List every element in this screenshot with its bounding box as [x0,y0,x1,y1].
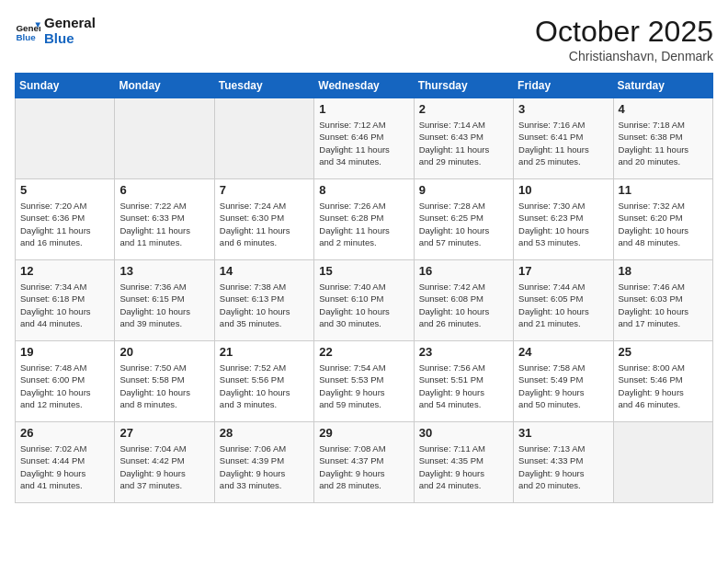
calendar-table: SundayMondayTuesdayWednesdayThursdayFrid… [15,73,713,503]
page-header: General Blue General Blue October 2025 C… [15,15,713,63]
weekday-header-saturday: Saturday [613,74,712,98]
calendar-cell: 22Sunrise: 7:54 AM Sunset: 5:53 PM Dayli… [314,341,414,422]
calendar-cell: 6Sunrise: 7:22 AM Sunset: 6:33 PM Daylig… [115,179,214,260]
calendar-cell [115,98,214,179]
logo-icon: General Blue [15,17,40,43]
calendar-cell: 3Sunrise: 7:16 AM Sunset: 6:41 PM Daylig… [514,98,613,179]
calendar-cell: 4Sunrise: 7:18 AM Sunset: 6:38 PM Daylig… [613,98,712,179]
weekday-header-wednesday: Wednesday [314,74,414,98]
logo: General Blue General Blue [15,15,96,46]
calendar-cell: 2Sunrise: 7:14 AM Sunset: 6:43 PM Daylig… [414,98,513,179]
calendar-cell: 26Sunrise: 7:02 AM Sunset: 4:44 PM Dayli… [16,422,115,503]
calendar-week-4: 19Sunrise: 7:48 AM Sunset: 6:00 PM Dayli… [16,341,713,422]
day-number: 18 [619,264,708,278]
calendar-cell: 20Sunrise: 7:50 AM Sunset: 5:58 PM Dayli… [115,341,214,422]
logo-line1: General [44,15,96,30]
day-number: 28 [220,426,309,440]
day-number: 9 [419,183,508,197]
day-info: Sunrise: 7:28 AM Sunset: 6:25 PM Dayligh… [419,200,508,248]
day-info: Sunrise: 7:12 AM Sunset: 6:46 PM Dayligh… [319,119,408,167]
logo-line2: Blue [44,30,96,46]
day-info: Sunrise: 7:30 AM Sunset: 6:23 PM Dayligh… [518,200,608,248]
day-number: 27 [119,426,209,440]
day-number: 5 [20,183,109,197]
day-info: Sunrise: 7:58 AM Sunset: 5:49 PM Dayligh… [518,362,608,410]
calendar-cell: 7Sunrise: 7:24 AM Sunset: 6:30 PM Daylig… [214,179,313,260]
day-number: 16 [419,264,508,278]
calendar-cell: 18Sunrise: 7:46 AM Sunset: 6:03 PM Dayli… [613,260,712,341]
calendar-cell: 14Sunrise: 7:38 AM Sunset: 6:13 PM Dayli… [214,260,313,341]
calendar-cell: 1Sunrise: 7:12 AM Sunset: 6:46 PM Daylig… [314,98,414,179]
month-title: October 2025 [535,15,713,49]
day-number: 29 [319,426,408,440]
calendar-cell: 8Sunrise: 7:26 AM Sunset: 6:28 PM Daylig… [314,179,414,260]
calendar-cell: 31Sunrise: 7:13 AM Sunset: 4:33 PM Dayli… [514,422,613,503]
day-number: 20 [119,345,209,359]
day-info: Sunrise: 7:32 AM Sunset: 6:20 PM Dayligh… [619,200,708,248]
weekday-header-monday: Monday [115,74,214,98]
day-number: 13 [119,264,209,278]
calendar-cell: 21Sunrise: 7:52 AM Sunset: 5:56 PM Dayli… [214,341,313,422]
calendar-header-row: SundayMondayTuesdayWednesdayThursdayFrid… [16,74,713,98]
day-number: 14 [220,264,309,278]
day-info: Sunrise: 7:40 AM Sunset: 6:10 PM Dayligh… [319,281,408,329]
calendar-cell: 17Sunrise: 7:44 AM Sunset: 6:05 PM Dayli… [514,260,613,341]
calendar-cell: 28Sunrise: 7:06 AM Sunset: 4:39 PM Dayli… [214,422,313,503]
day-number: 25 [619,345,708,359]
calendar-cell: 30Sunrise: 7:11 AM Sunset: 4:35 PM Dayli… [414,422,513,503]
day-info: Sunrise: 7:18 AM Sunset: 6:38 PM Dayligh… [619,119,708,167]
calendar-cell: 19Sunrise: 7:48 AM Sunset: 6:00 PM Dayli… [16,341,115,422]
calendar-cell [613,422,712,503]
day-info: Sunrise: 7:14 AM Sunset: 6:43 PM Dayligh… [419,119,508,167]
day-number: 1 [319,102,408,116]
day-info: Sunrise: 7:06 AM Sunset: 4:39 PM Dayligh… [220,442,309,491]
day-number: 19 [20,345,109,359]
calendar-cell: 5Sunrise: 7:20 AM Sunset: 6:36 PM Daylig… [16,179,115,260]
calendar-cell: 10Sunrise: 7:30 AM Sunset: 6:23 PM Dayli… [514,179,613,260]
calendar-week-1: 1Sunrise: 7:12 AM Sunset: 6:46 PM Daylig… [16,98,713,179]
calendar-cell: 9Sunrise: 7:28 AM Sunset: 6:25 PM Daylig… [414,179,513,260]
day-number: 2 [419,102,508,116]
calendar-cell [16,98,115,179]
calendar-week-5: 26Sunrise: 7:02 AM Sunset: 4:44 PM Dayli… [16,422,713,503]
day-info: Sunrise: 7:13 AM Sunset: 4:33 PM Dayligh… [518,442,608,491]
day-info: Sunrise: 7:20 AM Sunset: 6:36 PM Dayligh… [20,200,109,248]
day-info: Sunrise: 7:36 AM Sunset: 6:15 PM Dayligh… [119,281,209,329]
weekday-header-thursday: Thursday [414,74,513,98]
calendar-cell: 16Sunrise: 7:42 AM Sunset: 6:08 PM Dayli… [414,260,513,341]
day-number: 6 [119,183,209,197]
day-info: Sunrise: 7:44 AM Sunset: 6:05 PM Dayligh… [518,281,608,329]
day-number: 22 [319,345,408,359]
day-number: 24 [518,345,608,359]
day-info: Sunrise: 7:26 AM Sunset: 6:28 PM Dayligh… [319,200,408,248]
calendar-cell: 23Sunrise: 7:56 AM Sunset: 5:51 PM Dayli… [414,341,513,422]
day-number: 23 [419,345,508,359]
day-info: Sunrise: 8:00 AM Sunset: 5:46 PM Dayligh… [619,362,708,410]
day-number: 3 [518,102,608,116]
day-info: Sunrise: 7:08 AM Sunset: 4:37 PM Dayligh… [319,442,408,491]
day-info: Sunrise: 7:52 AM Sunset: 5:56 PM Dayligh… [220,362,309,410]
weekday-header-friday: Friday [514,74,613,98]
day-info: Sunrise: 7:34 AM Sunset: 6:18 PM Dayligh… [20,281,109,329]
calendar-cell [214,98,313,179]
day-number: 26 [20,426,109,440]
title-block: October 2025 Christianshavn, Denmark [535,15,713,63]
calendar-cell: 13Sunrise: 7:36 AM Sunset: 6:15 PM Dayli… [115,260,214,341]
day-number: 10 [518,183,608,197]
day-info: Sunrise: 7:22 AM Sunset: 6:33 PM Dayligh… [119,200,209,248]
day-number: 11 [619,183,708,197]
day-number: 12 [20,264,109,278]
day-number: 21 [220,345,309,359]
calendar-cell: 15Sunrise: 7:40 AM Sunset: 6:10 PM Dayli… [314,260,414,341]
day-info: Sunrise: 7:56 AM Sunset: 5:51 PM Dayligh… [419,362,508,410]
day-info: Sunrise: 7:42 AM Sunset: 6:08 PM Dayligh… [419,281,508,329]
svg-text:Blue: Blue [16,32,36,42]
day-number: 31 [518,426,608,440]
day-number: 7 [220,183,309,197]
day-info: Sunrise: 7:02 AM Sunset: 4:44 PM Dayligh… [20,442,109,491]
day-info: Sunrise: 7:50 AM Sunset: 5:58 PM Dayligh… [119,362,209,410]
calendar-cell: 12Sunrise: 7:34 AM Sunset: 6:18 PM Dayli… [16,260,115,341]
day-info: Sunrise: 7:04 AM Sunset: 4:42 PM Dayligh… [119,442,209,491]
location: Christianshavn, Denmark [535,49,713,63]
calendar-week-3: 12Sunrise: 7:34 AM Sunset: 6:18 PM Dayli… [16,260,713,341]
